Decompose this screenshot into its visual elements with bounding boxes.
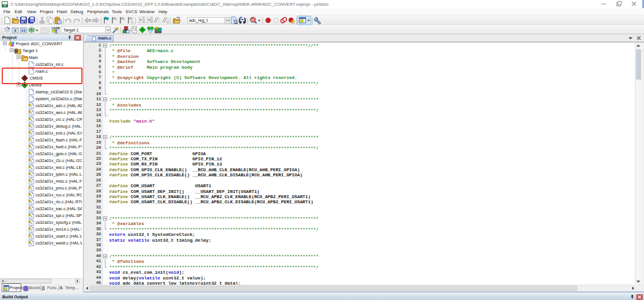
svg-text:LOAD: LOAD [52,26,60,29]
svg-text:V: V [3,3,6,7]
svg-text:d: d [252,18,254,22]
